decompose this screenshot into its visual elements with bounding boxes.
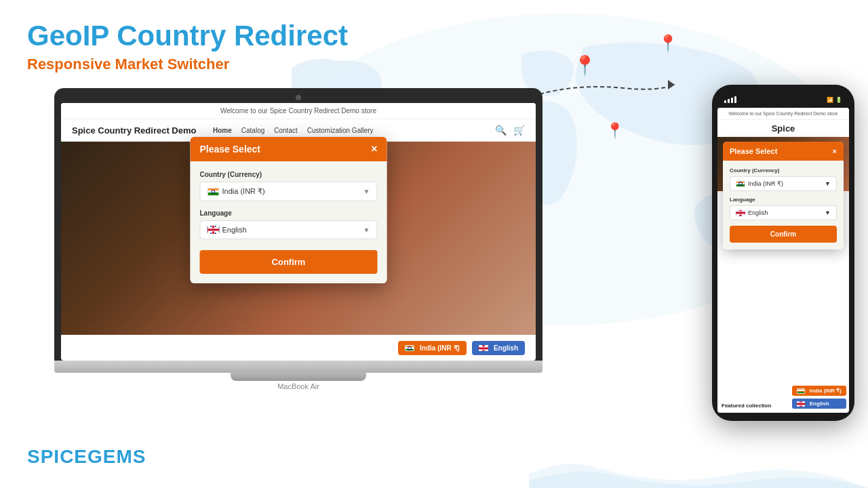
laptop-language-tag[interactable]: English bbox=[472, 341, 525, 355]
laptop-country-select[interactable]: India (INR ₹) ▼ bbox=[200, 182, 378, 201]
phone-language-value: English bbox=[748, 209, 768, 216]
phone-country-chevron-icon: ▼ bbox=[825, 180, 831, 187]
phone-modal: Please Select × Country (Currency) bbox=[723, 142, 844, 249]
laptop-language-select[interactable]: English ▼ bbox=[200, 220, 378, 239]
phone-featured-label: Featured collection bbox=[722, 403, 771, 409]
page-subtitle: Responsive Market Switcher bbox=[27, 56, 348, 73]
laptop-screen: Welcome to our Spice Country Redirect De… bbox=[61, 103, 536, 361]
phone-confirm-button[interactable]: Confirm bbox=[730, 226, 837, 243]
laptop-device: Welcome to our Spice Country Redirect De… bbox=[54, 88, 542, 390]
phone-language-select[interactable]: English ▼ bbox=[730, 205, 837, 220]
phone-country-label: Country (Currency) bbox=[730, 167, 837, 174]
title-blue: Country Redirect bbox=[109, 20, 348, 52]
laptop-modal-title: Please Select bbox=[200, 144, 261, 155]
laptop-country-label: Country (Currency) bbox=[200, 171, 378, 178]
phone-signal-icon bbox=[724, 96, 736, 103]
phone-outer: 📶 🔋 Welcome to our Spice Country Redirec… bbox=[712, 85, 854, 421]
phone-modal-close[interactable]: × bbox=[833, 147, 837, 155]
country-chevron-icon: ▼ bbox=[363, 188, 370, 195]
phone-country-value: India (INR ₹) bbox=[748, 180, 783, 187]
laptop-stand bbox=[231, 373, 366, 381]
wifi-icon: 📶 bbox=[827, 97, 833, 103]
phone-battery-icon: 📶 🔋 bbox=[827, 97, 842, 103]
phone-device: 📶 🔋 Welcome to our Spice Country Redirec… bbox=[712, 85, 854, 421]
phone-store-title: Spice bbox=[717, 120, 849, 137]
laptop-modal-body: Country (Currency) India (INR ₹) ▼ bbox=[191, 161, 387, 283]
phone-language-tag[interactable]: English bbox=[792, 399, 846, 409]
laptop-modal-close[interactable]: × bbox=[371, 144, 377, 155]
phone-language-chevron-icon: ▼ bbox=[825, 209, 831, 216]
laptop-country-tag[interactable]: India (INR ₹) bbox=[398, 341, 467, 355]
laptop-camera bbox=[296, 95, 301, 100]
phone-bottom-bar: India (INR ₹) English bbox=[792, 386, 846, 409]
phone-modal-header: Please Select × bbox=[723, 142, 844, 161]
laptop-nav-icons: 🔍 🛒 bbox=[495, 125, 525, 136]
laptop-base bbox=[54, 361, 542, 373]
search-icon[interactable]: 🔍 bbox=[495, 125, 507, 136]
battery-icon: 🔋 bbox=[835, 97, 842, 103]
phone-status-bar: 📶 🔋 bbox=[717, 93, 849, 106]
language-chevron-icon: ▼ bbox=[363, 226, 370, 234]
nav-home[interactable]: Home bbox=[213, 127, 232, 134]
laptop-language-value: English bbox=[222, 226, 247, 234]
phone-store-topbar: Welcome to our Spice Country Redirect De… bbox=[717, 108, 849, 120]
phone-country-tag[interactable]: India (INR ₹) bbox=[792, 386, 846, 396]
svg-marker-1 bbox=[668, 80, 675, 89]
nav-catalog[interactable]: Catalog bbox=[241, 127, 264, 134]
phone-language-label: Language bbox=[730, 197, 837, 203]
cart-icon[interactable]: 🛒 bbox=[513, 125, 525, 136]
laptop-model-label: MacBook Air bbox=[54, 382, 542, 390]
map-pin-3: 📍 bbox=[606, 122, 624, 140]
laptop-bottom-bar: India (INR ₹) English bbox=[398, 341, 525, 355]
phone-country-select[interactable]: India (INR ₹) ▼ bbox=[730, 176, 837, 191]
map-pin-2: 📍 bbox=[658, 34, 678, 53]
phone-modal-body: Country (Currency) India (INR ₹) ▼ bbox=[723, 161, 844, 249]
brand-logo: SPICEGEMS bbox=[27, 446, 146, 468]
page-title: GeoIP Country Redirect bbox=[27, 20, 348, 52]
nav-contact[interactable]: Contact bbox=[274, 127, 297, 134]
laptop-confirm-button[interactable]: Confirm bbox=[200, 250, 378, 274]
phone-modal-title: Please Select bbox=[730, 147, 777, 155]
laptop-language-label: Language bbox=[200, 209, 378, 217]
laptop-nav-links: Home Catalog Contact Customization Galle… bbox=[213, 127, 495, 134]
phone-language-tag-label: English bbox=[810, 401, 829, 407]
laptop-store-logo: Spice Country Redirect Demo bbox=[72, 125, 213, 136]
laptop-modal: Please Select × Country (Currency) bbox=[191, 137, 387, 283]
phone-country-tag-label: India (INR ₹) bbox=[810, 388, 842, 394]
laptop-modal-header: Please Select × bbox=[191, 137, 387, 161]
title-black: GeoIP bbox=[27, 20, 109, 52]
page-header: GeoIP Country Redirect Responsive Market… bbox=[27, 20, 348, 73]
laptop-store-topbar: Welcome to our Spice Country Redirect De… bbox=[61, 103, 536, 119]
laptop-country-value: India (INR ₹) bbox=[222, 187, 265, 196]
nav-gallery[interactable]: Customization Gallery bbox=[307, 127, 374, 134]
laptop-country-tag-label: India (INR ₹) bbox=[420, 344, 460, 352]
phone-screen: Welcome to our Spice Country Redirect De… bbox=[717, 108, 849, 413]
laptop-language-tag-label: English bbox=[494, 344, 518, 352]
